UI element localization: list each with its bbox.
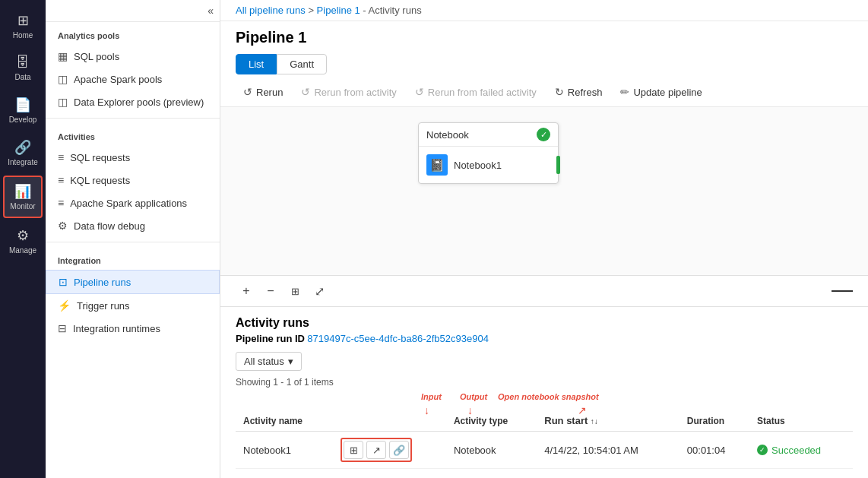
develop-icon: 📄 (14, 97, 31, 113)
trigger-runs-icon: ⚡ (58, 299, 71, 312)
output-annotation: Output (460, 392, 487, 401)
status-filter-dropdown[interactable]: All status ▾ (236, 352, 302, 371)
cell-activity-name: Notebook1 (236, 432, 333, 469)
home-icon: ⊞ (17, 12, 29, 29)
tab-list[interactable]: List (236, 54, 277, 74)
main-content: All pipeline runs > Pipeline 1 - Activit… (220, 0, 868, 478)
tab-gantt[interactable]: Gantt (277, 54, 327, 74)
sidebar-item-data-flow-debug[interactable]: ⚙ Data flow debug (46, 214, 220, 237)
green-status-bar (556, 156, 560, 174)
notebook-icon: 📓 (426, 154, 448, 176)
col-duration: Duration (680, 410, 749, 432)
nav-item-data[interactable]: 🗄 Data (3, 49, 43, 87)
status-dot: ✓ (757, 445, 768, 455)
open-snapshot-button[interactable]: 🔗 (389, 441, 409, 459)
zoom-in-button[interactable]: + (236, 280, 257, 302)
spark-apps-icon: ≡ (58, 197, 64, 209)
sidebar-item-pipeline-runs[interactable]: ⊡ Pipeline runs (46, 270, 220, 294)
action-toolbar: ↺ Rerun ↺ Rerun from activity ↺ Rerun fr… (220, 78, 868, 107)
output-action-button[interactable]: ↗ (366, 441, 386, 459)
sql-pools-icon: ▦ (58, 50, 68, 62)
input-action-button[interactable]: ⊞ (344, 441, 363, 459)
pipeline-run-id: Pipeline run ID 8719497c-c5ee-4dfc-ba86-… (236, 333, 853, 344)
notebook-card-header: Notebook ✓ (419, 123, 558, 147)
rerun-from-failed-button[interactable]: ↺ Rerun from failed activity (407, 82, 544, 102)
sidebar: « Analytics pools ▦ SQL pools ◫ Apache S… (46, 0, 220, 478)
left-navigation: ⊞ Home 🗄 Data 📄 Develop 🔗 Integrate 📊 Mo… (0, 0, 46, 478)
update-pipeline-icon: ✏ (620, 86, 629, 98)
showing-text: Showing 1 - 1 of 1 items (236, 377, 853, 388)
success-badge: ✓ (537, 128, 550, 141)
status-succeeded: ✓ Succeeded (757, 445, 845, 456)
section-title-activities: Activities (46, 123, 220, 146)
spark-pools-icon: ◫ (58, 73, 68, 85)
activity-runs-section: Activity runs Pipeline run ID 8719497c-c… (220, 307, 868, 478)
data-icon: 🗄 (16, 55, 30, 71)
rerun-from-activity-button[interactable]: ↺ Rerun from activity (293, 82, 404, 102)
rerun-from-activity-icon: ↺ (301, 86, 310, 98)
canvas-controls: + − ⊞ ⤢ (220, 276, 868, 307)
fullscreen-button[interactable]: ⤢ (309, 280, 330, 302)
notebook-card-body: 📓 Notebook1 (419, 147, 558, 183)
cell-run-start: 4/14/22, 10:54:01 AM (537, 432, 680, 469)
sidebar-item-trigger-runs[interactable]: ⚡ Trigger runs (46, 294, 220, 317)
annotations-row: Input Output Open notebook snapshot ↓ ↓ … (236, 392, 853, 409)
table-row: Notebook1 ⊞ ↗ 🔗 Notebook 4/14/22, 10:54:… (236, 432, 853, 469)
rerun-button[interactable]: ↺ Rerun (236, 82, 290, 102)
page-title: Pipeline 1 (220, 21, 868, 51)
nav-item-manage[interactable]: ⚙ Manage (3, 221, 43, 261)
manage-icon: ⚙ (17, 227, 29, 244)
pipeline-runs-icon: ⊡ (59, 276, 68, 288)
breadcrumb-all-runs[interactable]: All pipeline runs (236, 5, 306, 16)
nav-item-monitor[interactable]: 📊 Monitor (3, 176, 43, 218)
view-tabs: List Gantt (220, 51, 868, 78)
sidebar-divider-1 (46, 118, 220, 119)
sidebar-divider-2 (46, 242, 220, 242)
activity-runs-title: Activity runs (236, 316, 853, 330)
col-run-start: Run start ↑↓ (537, 410, 680, 432)
sidebar-item-apache-spark-pools[interactable]: ◫ Apache Spark pools (46, 68, 220, 90)
integrate-icon: 🔗 (14, 139, 31, 156)
nav-item-home[interactable]: ⊞ Home (3, 6, 43, 46)
snapshot-arrow: ↗ (578, 404, 587, 416)
cell-actions: ⊞ ↗ 🔗 (333, 432, 446, 469)
kql-requests-icon: ≡ (58, 174, 64, 186)
cell-status: ✓ Succeeded (749, 432, 853, 469)
open-snapshot-annotation: Open notebook snapshot (498, 392, 599, 401)
sql-requests-icon: ≡ (58, 151, 64, 163)
sidebar-item-apache-spark-apps[interactable]: ≡ Apache Spark applications (46, 192, 220, 214)
canvas-area: Notebook ✓ 📓 Notebook1 (220, 107, 868, 276)
notebook-card: Notebook ✓ 📓 Notebook1 (418, 122, 559, 184)
sidebar-item-data-explorer-pools[interactable]: ◫ Data Explorer pools (preview) (46, 90, 220, 113)
sidebar-item-sql-requests[interactable]: ≡ SQL requests (46, 146, 220, 169)
sidebar-item-sql-pools[interactable]: ▦ SQL pools (46, 45, 220, 68)
zoom-out-button[interactable]: − (260, 280, 281, 302)
filter-row: All status ▾ (236, 352, 853, 371)
section-title-integration: Integration (46, 247, 220, 270)
input-arrow: ↓ (424, 404, 429, 416)
action-icons-group: ⊞ ↗ 🔗 (341, 438, 412, 462)
rerun-icon: ↺ (243, 86, 252, 98)
sidebar-header: « (46, 0, 220, 22)
breadcrumb-pipeline[interactable]: Pipeline 1 (317, 5, 360, 16)
activity-runs-table: Activity name Activity type Run start ↑↓… (236, 410, 853, 469)
breadcrumb-current: Activity runs (369, 5, 422, 16)
integration-runtimes-icon: ⊟ (58, 322, 67, 334)
update-pipeline-button[interactable]: ✏ Update pipeline (613, 82, 709, 102)
col-status: Status (749, 410, 853, 432)
breadcrumb: All pipeline runs > Pipeline 1 - Activit… (220, 0, 868, 21)
nav-item-develop[interactable]: 📄 Develop (3, 90, 43, 130)
refresh-icon: ↻ (555, 86, 564, 98)
cell-duration: 00:01:04 (680, 432, 749, 469)
sidebar-item-kql-requests[interactable]: ≡ KQL requests (46, 169, 220, 192)
data-explorer-icon: ◫ (58, 96, 68, 108)
sidebar-collapse-button[interactable]: « (207, 5, 214, 17)
refresh-button[interactable]: ↻ Refresh (547, 82, 610, 102)
fit-button[interactable]: ⊞ (284, 280, 306, 302)
col-activity-type: Activity type (446, 410, 537, 432)
output-arrow: ↓ (467, 404, 473, 416)
data-flow-debug-icon: ⚙ (58, 220, 68, 232)
section-title-analytics-pools: Analytics pools (46, 22, 220, 45)
sidebar-item-integration-runtimes[interactable]: ⊟ Integration runtimes (46, 317, 220, 340)
nav-item-integrate[interactable]: 🔗 Integrate (3, 133, 43, 173)
